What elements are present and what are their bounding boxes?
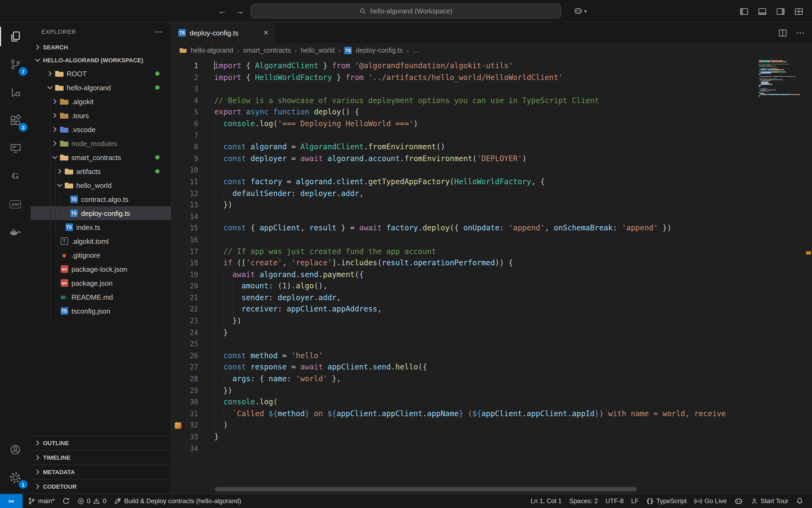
- explorer-tree: ROOThello-algorand.algokit.tours.vscoden…: [31, 67, 171, 435]
- item-label: artifacts: [76, 167, 101, 175]
- activity-item-dotenv[interactable]: .ENV: [0, 190, 31, 218]
- minimap-token: [773, 76, 775, 77]
- chevron-down-icon[interactable]: [50, 153, 59, 162]
- minimap-token: [767, 65, 769, 66]
- tree-item-package.json[interactable]: npmpackage.json: [31, 276, 171, 290]
- forward-button[interactable]: →: [235, 7, 244, 15]
- indent-guide: [59, 206, 60, 220]
- back-button[interactable]: ←: [218, 7, 227, 15]
- tree-item-index.ts[interactable]: TSindex.ts: [31, 220, 171, 234]
- tab-deploy-config[interactable]: TS deploy-config.ts ×: [171, 23, 274, 43]
- toggle-secondary-sidebar-button[interactable]: [776, 7, 785, 16]
- chevron-right-icon[interactable]: [50, 97, 59, 106]
- indent-spacer: [50, 293, 59, 301]
- line-number: 33: [171, 431, 198, 443]
- copilot-menu[interactable]: ▾: [573, 4, 587, 18]
- tree-item-contract.algo.ts[interactable]: TScontract.algo.ts: [31, 192, 171, 206]
- section-metadata[interactable]: METADATA: [31, 465, 171, 479]
- chevron-right-icon[interactable]: [50, 125, 59, 134]
- status-notifications[interactable]: [792, 494, 807, 508]
- activity-item-accounts[interactable]: [0, 435, 31, 463]
- status-cursor-position[interactable]: Ln 1, Col 1: [527, 494, 565, 508]
- tree-item-.vscode[interactable]: .vscode: [31, 122, 171, 136]
- chevron-right-icon[interactable]: [46, 69, 54, 78]
- code-editor[interactable]: 1import { AlgorandClient } from '@algora…: [171, 58, 812, 494]
- activity-item-gitlens[interactable]: G: [0, 162, 31, 190]
- activity-item-run-debug[interactable]: [0, 78, 31, 106]
- status-branch[interactable]: main*: [24, 494, 58, 508]
- activity-item-remote-explorer[interactable]: [0, 134, 31, 162]
- close-tab-button[interactable]: ×: [263, 29, 268, 37]
- minimap-token: [768, 84, 772, 85]
- minimap-token: [772, 80, 774, 80]
- tree-item-node_modules[interactable]: node_modules: [31, 136, 171, 151]
- indent-spacer: [60, 209, 69, 217]
- breadcrumb-item[interactable]: deploy-config.ts: [356, 47, 403, 54]
- toggle-panel-button[interactable]: [758, 7, 767, 16]
- tree-item-README.md[interactable]: M↓README.md: [31, 290, 171, 304]
- chevron-down-icon[interactable]: [55, 181, 64, 189]
- activity-item-settings[interactable]: 1: [0, 463, 31, 491]
- code-token: [246, 363, 251, 371]
- command-center-search[interactable]: hello-algorand (Workspace): [251, 4, 561, 18]
- section-outline[interactable]: OUTLINE: [31, 435, 171, 450]
- npm-file-icon: npm: [59, 264, 69, 273]
- chevron-right-icon[interactable]: [50, 139, 59, 148]
- activity-item-source-control[interactable]: 7: [0, 50, 31, 78]
- tree-item-smart_contracts[interactable]: smart_contracts: [31, 151, 171, 164]
- tree-item-ROOT[interactable]: ROOT: [31, 67, 171, 81]
- breadcrumb-item[interactable]: …: [413, 47, 419, 54]
- section-timeline[interactable]: TIMELINE: [31, 450, 171, 465]
- horizontal-scrollbar[interactable]: [215, 487, 637, 491]
- chevron-down-icon[interactable]: [46, 83, 54, 92]
- activity-item-extensions[interactable]: 3: [0, 106, 31, 134]
- breadcrumb-item[interactable]: hello-algorand: [190, 47, 233, 54]
- status-indentation[interactable]: Spaces: 2: [565, 494, 602, 508]
- remote-indicator[interactable]: ><: [0, 494, 23, 508]
- modified-dot: [155, 169, 160, 173]
- line-content: [198, 339, 812, 350]
- code-token: .: [377, 409, 382, 418]
- chevron-right-icon[interactable]: [50, 111, 59, 120]
- status-eol[interactable]: LF: [628, 494, 643, 508]
- section-search[interactable]: SEARCH: [31, 41, 171, 54]
- tree-item-package-lock.json[interactable]: npmpackage-lock.json: [31, 262, 171, 276]
- line-content: // Below is a showcase of various deploy…: [198, 95, 812, 107]
- status-build-task[interactable]: Build & Deploy contracts (hello-algorand…: [110, 494, 245, 508]
- status-codetour[interactable]: Start Tour: [747, 494, 792, 508]
- tree-item-.algokit.toml[interactable]: T.algokit.toml: [31, 234, 171, 248]
- status-copilot-status[interactable]: [730, 494, 747, 508]
- toggle-primary-sidebar-button[interactable]: [739, 7, 749, 16]
- editor-more-actions-button[interactable]: ···: [797, 29, 805, 36]
- status-encoding[interactable]: UTF-8: [602, 494, 628, 508]
- code-token: appId: [572, 409, 595, 418]
- split-editor-button[interactable]: [778, 28, 787, 37]
- status-language-mode[interactable]: {}TypeScript: [643, 494, 691, 508]
- tree-item-artifacts[interactable]: artifacts: [31, 164, 171, 178]
- tree-item-.algokit[interactable]: .algokit: [31, 94, 171, 109]
- vertical-scrollbar[interactable]: [805, 58, 812, 494]
- codetour-gutter-marker-icon[interactable]: [175, 422, 181, 429]
- section-workspace[interactable]: HELLO-ALGORAND (WORKSPACE): [31, 54, 171, 67]
- customize-layout-button[interactable]: [794, 7, 803, 16]
- status-sync[interactable]: [58, 494, 73, 508]
- tree-item-hello-algorand[interactable]: hello-algorand: [31, 81, 171, 94]
- tree-item-hello_world[interactable]: hello_world: [31, 178, 171, 192]
- activity-item-explorer[interactable]: [0, 23, 31, 50]
- tree-item-deploy-config.ts[interactable]: TSdeploy-config.ts: [31, 206, 171, 220]
- status-problems[interactable]: 00: [73, 494, 110, 508]
- tree-item-.gitignore[interactable]: ◆.gitignore: [31, 248, 171, 262]
- activity-item-docker[interactable]: [0, 218, 31, 246]
- tree-item-tsconfig.json[interactable]: TStsconfig.json: [31, 304, 171, 318]
- explorer-more-actions-button[interactable]: ···: [155, 28, 163, 35]
- breadcrumb-item[interactable]: hello_world: [301, 47, 335, 54]
- minimap[interactable]: [757, 58, 805, 494]
- minimap-token: [765, 80, 768, 80]
- status-go-live[interactable]: Go Live: [691, 494, 731, 508]
- breadcrumb-item[interactable]: smart_contracts: [243, 47, 291, 54]
- chevron-right-icon[interactable]: [55, 167, 64, 176]
- section-codetour[interactable]: CODETOUR: [31, 479, 171, 494]
- tree-item-.tours[interactable]: .tours: [31, 109, 171, 122]
- code-token: (): [436, 142, 445, 151]
- minimap-token: [787, 94, 789, 95]
